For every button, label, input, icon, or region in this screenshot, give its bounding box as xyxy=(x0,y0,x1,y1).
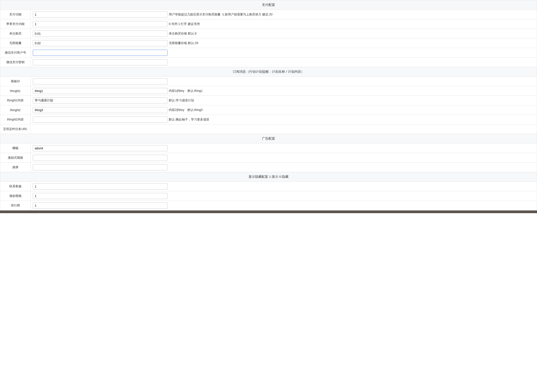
row-thing-n1: thingN1 内容1的key 默认:thing1 xyxy=(0,86,537,96)
section-header-visibility: 显示隐藏配置 1:显示 0:隐藏 xyxy=(0,172,537,182)
bottom-bar xyxy=(0,210,537,213)
label-ranking: 排行榜 xyxy=(0,201,31,210)
hint-pay-func: 用户等级超过几级后显示支付购买能量 -1:新用户就需要马上购买体力 建议:20 xyxy=(169,13,273,17)
label-reward-vid: 激励视频 xyxy=(0,191,31,201)
input-pay-func[interactable] xyxy=(33,11,167,18)
input-template-id[interactable] xyxy=(33,78,167,84)
row-apple-pay: 苹果支付功能 0:关闭 1:打开 建议关闭 xyxy=(0,19,537,29)
input-thing-n2-content[interactable] xyxy=(33,117,167,123)
row-reward-video: 激励式视频 xyxy=(0,153,537,163)
row-pay-func: 支付功能 用户等级超过几级后显示支付购买能量 -1:新用户就需要马上购买体力 建… xyxy=(0,10,537,19)
input-unlimited-energy[interactable] xyxy=(33,40,167,46)
input-banner[interactable] xyxy=(33,145,167,151)
label-template-id: 模板ID xyxy=(0,77,31,86)
row-contact: 联系客服 xyxy=(0,182,537,191)
label-unlimited-energy: 无限能量 xyxy=(0,38,31,48)
config-form: 支付配置 支付功能 用户等级超过几级后显示支付购买能量 -1:新用户就需要马上购… xyxy=(0,0,537,210)
label-thing-n2-content: thingN2内容 xyxy=(0,115,31,124)
row-thing-n1-content: thingN1内容 默认:学习成语计划 xyxy=(0,96,537,105)
label-pay-func: 支付功能 xyxy=(0,10,31,19)
row-wx-merchant: 微信支付商户号 xyxy=(0,48,537,57)
label-reward-video: 激励式视频 xyxy=(0,153,31,162)
label-thing-n2: thingN2 xyxy=(0,105,31,115)
row-banner: 横幅 xyxy=(0,144,537,153)
section-header-ad: 广告配置 xyxy=(0,134,537,144)
hint-apple-pay: 0:关闭 1:打开 建议关闭 xyxy=(169,22,200,26)
row-thing-n2-content: thingN2内容 默认:撸起袖子，学习更多成语 xyxy=(0,115,537,124)
hint-thing-n1: 内容1的key 默认:thing1 xyxy=(169,89,203,93)
input-wx-merchant[interactable] xyxy=(33,50,167,56)
hint-thing-n1-content: 默认:学习成语计划 xyxy=(169,98,194,103)
input-apple-pay[interactable] xyxy=(33,21,167,27)
row-unlimited-energy: 无限能量 无限能量价格 默认:29 xyxy=(0,38,537,48)
row-thing-n2: thingN2 内容2的key 默认:thing3 xyxy=(0,105,537,115)
label-wx-secret: 微信支付密钥 xyxy=(0,57,31,67)
label-single-buy: 单次购买 xyxy=(0,29,31,38)
hint-unlimited-energy: 无限能量价格 默认:29 xyxy=(169,41,198,45)
input-reward-video[interactable] xyxy=(33,155,167,161)
row-reward-vid: 激励视频 xyxy=(0,191,537,201)
label-apple-pay: 苹果支付功能 xyxy=(0,19,31,29)
row-single-buy: 单次购买 单次购买价格 默认:9 xyxy=(0,29,537,38)
input-ranking[interactable] xyxy=(33,202,167,209)
row-interstitial: 插屏 xyxy=(0,163,537,172)
row-cron-url: 宝塔定时任务URL xyxy=(0,124,537,134)
label-interstitial: 插屏 xyxy=(0,163,31,172)
input-interstitial[interactable] xyxy=(33,164,167,170)
section-header-subscribe: 订阅消息（行动计划提醒：计划名称 / 计划内容） xyxy=(0,67,537,77)
label-cron-url: 宝塔定时任务URL xyxy=(0,124,31,134)
input-wx-secret[interactable] xyxy=(33,59,167,65)
label-thing-n1-content: thingN1内容 xyxy=(0,96,31,105)
label-wx-merchant: 微信支付商户号 xyxy=(0,48,31,57)
hint-single-buy: 单次购买价格 默认:9 xyxy=(169,32,197,36)
label-contact: 联系客服 xyxy=(0,182,31,191)
input-contact[interactable] xyxy=(33,183,167,190)
hint-thing-n2: 内容2的key 默认:thing3 xyxy=(169,108,203,112)
input-thing-n1[interactable] xyxy=(33,88,167,94)
input-thing-n1-content[interactable] xyxy=(33,98,167,103)
input-single-buy[interactable] xyxy=(33,31,167,37)
hint-thing-n2-content: 默认:撸起袖子，学习更多成语 xyxy=(169,118,209,121)
input-reward-vid[interactable] xyxy=(33,193,167,199)
section-header-payment: 支付配置 xyxy=(0,0,537,10)
row-ranking: 排行榜 xyxy=(0,201,537,210)
label-thing-n1: thingN1 xyxy=(0,86,31,95)
row-wx-secret: 微信支付密钥 xyxy=(0,57,537,67)
input-thing-n2[interactable] xyxy=(33,107,167,113)
row-template-id: 模板ID xyxy=(0,77,537,86)
label-banner: 横幅 xyxy=(0,144,31,153)
